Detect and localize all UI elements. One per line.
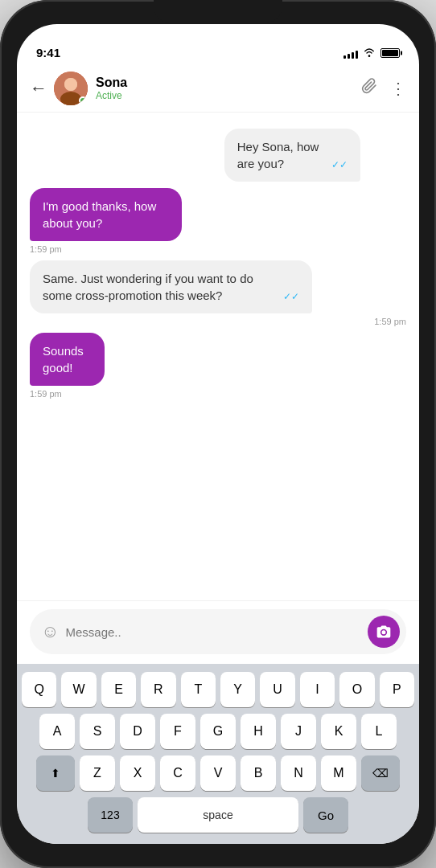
key-u[interactable]: U — [260, 672, 294, 707]
key-a[interactable]: A — [39, 714, 75, 749]
key-x[interactable]: X — [120, 755, 155, 791]
message-bubble-sent: Hey Sona, how are you? ✓✓ — [224, 129, 361, 182]
keyboard-row-4: 123 space Go — [22, 797, 414, 833]
contact-status: Active — [96, 90, 361, 101]
message-time: 1:59 pm — [30, 244, 232, 254]
more-options-icon[interactable]: ⋮ — [390, 79, 406, 98]
key-b[interactable]: B — [241, 755, 276, 791]
keyboard-row-3: ⬆ Z X C V B N M ⌫ — [22, 755, 414, 791]
shift-key[interactable]: ⬆ — [36, 755, 75, 791]
keyboard: Q W E R T Y U I O P A S D F G H J K — [17, 664, 419, 844]
key-v[interactable]: V — [200, 755, 236, 791]
contact-info: Sona Active — [96, 75, 361, 101]
signal-bars-icon — [343, 47, 358, 59]
key-s[interactable]: S — [80, 714, 115, 749]
key-l[interactable]: L — [361, 714, 397, 749]
attach-icon[interactable] — [361, 78, 377, 98]
read-tick-icon: ✓✓ — [331, 158, 348, 172]
keyboard-row-1: Q W E R T Y U I O P — [22, 672, 414, 707]
message-row: Same. Just wondering if you want to do s… — [30, 260, 406, 326]
message-bubble-received: Sounds good! — [30, 333, 105, 386]
key-r[interactable]: R — [141, 672, 175, 707]
message-bubble-received: I'm good thanks, how about you? — [30, 188, 182, 241]
message-row: Hey Sona, how are you? ✓✓ — [30, 129, 406, 182]
header-actions: ⋮ — [361, 78, 406, 98]
key-d[interactable]: D — [120, 714, 155, 749]
message-text: Same. Just wondering if you want to do s… — [43, 270, 275, 304]
message-time: 1:59 pm — [30, 317, 406, 326]
key-e[interactable]: E — [101, 672, 136, 707]
key-o[interactable]: O — [339, 672, 374, 707]
key-j[interactable]: J — [281, 714, 316, 749]
notch — [154, 0, 282, 23]
emoji-button[interactable]: ☺ — [41, 621, 59, 642]
key-t[interactable]: T — [181, 672, 216, 707]
key-k[interactable]: K — [321, 714, 356, 749]
contact-name: Sona — [96, 75, 361, 90]
message-input[interactable] — [65, 625, 361, 639]
online-indicator — [79, 96, 87, 104]
battery-icon — [380, 48, 400, 58]
svg-point-3 — [64, 78, 77, 91]
key-i[interactable]: I — [300, 672, 335, 707]
space-key[interactable]: space — [138, 797, 298, 833]
numbers-key[interactable]: 123 — [88, 797, 133, 833]
key-z[interactable]: Z — [80, 755, 115, 791]
status-icons — [343, 47, 400, 59]
message-time: 1:59 pm — [30, 389, 130, 399]
key-q[interactable]: Q — [22, 672, 56, 707]
input-area: ☺ — [17, 600, 419, 664]
messages-area: Hey Sona, how are you? ✓✓ I'm good thank… — [17, 113, 419, 600]
key-f[interactable]: F — [160, 714, 195, 749]
status-time: 9:41 — [36, 46, 60, 59]
key-m[interactable]: M — [321, 755, 356, 791]
back-button[interactable]: ← — [30, 78, 47, 99]
status-bar: 9:41 — [17, 24, 419, 64]
go-key[interactable]: Go — [303, 797, 348, 833]
key-p[interactable]: P — [380, 672, 414, 707]
keyboard-row-2: A S D F G H J K L — [22, 714, 414, 749]
camera-icon — [376, 624, 392, 640]
key-y[interactable]: Y — [220, 672, 255, 707]
wifi-icon — [363, 47, 376, 59]
key-c[interactable]: C — [160, 755, 195, 791]
camera-button[interactable] — [368, 616, 400, 648]
key-g[interactable]: G — [200, 714, 236, 749]
read-tick-icon: ✓✓ — [283, 290, 299, 304]
message-row: I'm good thanks, how about you? 1:59 pm — [30, 188, 406, 254]
key-w[interactable]: W — [61, 672, 96, 707]
phone-frame: 9:41 — [0, 0, 436, 868]
message-text: Sounds good! — [43, 344, 84, 375]
message-text: Hey Sona, how are you? — [237, 138, 324, 172]
message-row: Sounds good! 1:59 pm — [30, 333, 406, 399]
message-bubble-sent: Same. Just wondering if you want to do s… — [30, 260, 312, 313]
phone-screen: 9:41 — [17, 24, 419, 844]
avatar — [54, 72, 88, 105]
message-text: I'm good thanks, how about you? — [43, 199, 156, 230]
key-h[interactable]: H — [241, 714, 276, 749]
key-n[interactable]: N — [281, 755, 316, 791]
chat-header: ← Sona Active — [17, 64, 419, 113]
message-input-row: ☺ — [30, 609, 406, 654]
delete-key[interactable]: ⌫ — [361, 755, 400, 791]
